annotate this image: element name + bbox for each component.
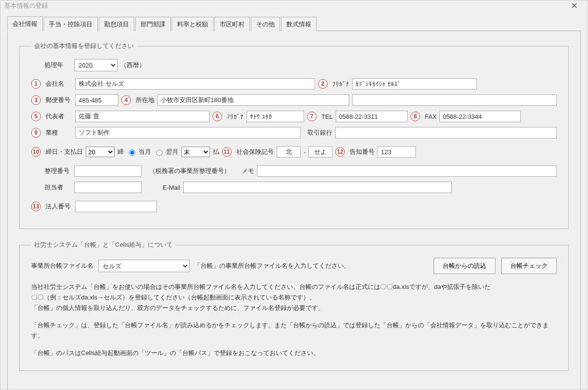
close-icon[interactable]: ✕: [564, 0, 584, 11]
shime-suffix: 締: [118, 148, 124, 156]
app-window: 基本情報の登録 ✕ 会社情報 手当・控除項目 勤怠項目 部門部課 料率と税額 市…: [0, 0, 588, 390]
tab-formula[interactable]: 数式情報: [281, 17, 317, 31]
tab-company-info[interactable]: 会社情報: [7, 16, 43, 31]
postal-input[interactable]: [75, 94, 118, 106]
fax-label: FAX: [425, 113, 437, 120]
shakaihoken-input-2[interactable]: [308, 146, 332, 158]
seiri-label: 整理番号: [45, 167, 71, 175]
badge-2: 2: [318, 79, 328, 89]
gyoshu-label: 業種: [46, 128, 72, 137]
help-text-1-line1: 当社社労士システム「台帳」をお使いの場合はその事業所台帳ファイル名を入力してくだ…: [31, 282, 557, 292]
radio-current-month-label: 当月: [139, 148, 151, 156]
help-text-1-line3: 「台帳」の個人情報を取り込んだり、双方のデータをチェックするために、ファイル名登…: [31, 303, 557, 313]
shime-label: 締日・支払日: [46, 148, 83, 156]
harai-suffix: 払: [213, 148, 219, 156]
tab-other[interactable]: その他: [251, 17, 280, 31]
dash: -: [304, 149, 306, 156]
group-daicho-legend: 社労士システム「台帳」と「Cells給与」について: [31, 241, 176, 249]
badge-13: 13: [31, 202, 41, 211]
kokuchi-label: 告知番号: [350, 148, 375, 156]
seiri-note: （税務署の事業所整理番号）: [149, 167, 230, 175]
content-area: 会社情報 手当・控除項目 勤怠項目 部門部課 料率と税額 市区町村 その他 数式…: [0, 11, 588, 390]
help-text-1-line2: 〇〇（例：セルズda.xls→セルズ）を登録してください（台帳起動画面に表示され…: [31, 292, 557, 303]
tab-municipality[interactable]: 市区町村: [214, 17, 250, 31]
help-text-3: 「台帳」のパスはCells給与起動画面の「ツール」の「台帳パス」で登録をおこなっ…: [31, 348, 557, 358]
daicho-file-label: 事業所台帳ファイル名: [31, 262, 94, 270]
company-furigana-label: ﾌﾘｶﾞﾅ: [332, 80, 349, 88]
radio-next-month-label: 翌月: [166, 148, 178, 156]
company-label: 会社名: [46, 80, 72, 88]
window-title: 基本情報の登録: [4, 1, 564, 10]
badge-11: 11: [222, 147, 232, 157]
address-input-2[interactable]: [352, 94, 557, 106]
radio-current-month[interactable]: [129, 149, 135, 156]
kokuchi-input[interactable]: [377, 146, 416, 158]
seiri-input[interactable]: [74, 165, 141, 177]
address-input[interactable]: [157, 94, 349, 106]
badge-10: 10: [31, 147, 41, 157]
badge-7: 7: [307, 112, 317, 121]
tantou-input[interactable]: [74, 182, 141, 193]
daicho-check-button[interactable]: 台帳チェック: [501, 258, 557, 274]
tab-rate-tax[interactable]: 料率と税額: [172, 17, 213, 31]
badge-4: 4: [121, 95, 131, 105]
bank-label: 取引銀行: [307, 128, 332, 137]
shime-select[interactable]: 20: [86, 147, 115, 157]
postal-label: 郵便番号: [46, 96, 72, 104]
gyoshu-input[interactable]: [75, 127, 301, 138]
badge-1: 1: [31, 79, 41, 89]
year-select[interactable]: 2020: [74, 59, 118, 71]
company-furigana-input[interactable]: [352, 78, 477, 90]
help-text-2: 「台帳チェック」は、登録した「台帳ファイル名」が読み込めるかをチェックします。ま…: [31, 320, 557, 341]
badge-6: 6: [212, 112, 222, 121]
group-basic-info: 会社の基本情報を登録してください 処理年 2020 （西暦） 1 会社名 2 ﾌ…: [19, 42, 569, 229]
tel-input[interactable]: [336, 111, 408, 122]
tab-department[interactable]: 部門部課: [135, 17, 171, 31]
houjin-input[interactable]: [75, 201, 157, 212]
tab-panel: 会社の基本情報を登録してください 処理年 2020 （西暦） 1 会社名 2 ﾌ…: [7, 31, 581, 390]
company-input[interactable]: [75, 78, 315, 90]
badge-5: 5: [31, 112, 41, 121]
tab-attendance[interactable]: 勤怠項目: [99, 17, 134, 31]
help-text-1: 当社社労士システム「台帳」をお使いの場合はその事業所台帳ファイル名を入力してくだ…: [31, 282, 557, 313]
badge-3: 3: [31, 95, 41, 105]
tel-label: TEL: [321, 113, 333, 120]
bank-input[interactable]: [335, 127, 557, 138]
tab-allowance-deduction[interactable]: 手当・控除項目: [44, 17, 98, 31]
group-daicho: 社労士システム「台帳」と「Cells給与」について 事業所台帳ファイル名 セルズ…: [19, 241, 569, 371]
badge-12: 12: [335, 147, 345, 157]
memo-input[interactable]: [257, 165, 557, 177]
email-input[interactable]: [183, 182, 452, 193]
rep-furigana-label: ﾌﾘｶﾞﾅ: [227, 113, 244, 120]
rep-label: 代表者: [46, 112, 72, 121]
rep-furigana-input[interactable]: [247, 111, 304, 122]
group-basic-info-legend: 会社の基本情報を登録してください: [31, 42, 137, 50]
address-label: 所在地: [136, 96, 154, 104]
harai-select[interactable]: 末: [181, 147, 210, 157]
fax-input[interactable]: [439, 111, 521, 122]
daicho-file-select[interactable]: セルズ: [98, 260, 189, 272]
badge-9: 9: [31, 128, 41, 138]
rep-input[interactable]: [75, 111, 210, 122]
year-suffix: （西暦）: [120, 61, 145, 69]
badge-8: 8: [411, 112, 420, 121]
memo-label: メモ: [242, 167, 254, 175]
houjin-label: 法人番号: [46, 202, 72, 211]
tantou-label: 担当者: [45, 183, 71, 192]
daicho-file-note: 「台帳」の事業所台帳ファイル名を入力してください。: [194, 262, 350, 270]
shakaihoken-input-1[interactable]: [277, 146, 301, 158]
year-label: 処理年: [45, 61, 71, 69]
shakaihoken-label: 社会保険記号: [236, 148, 274, 156]
radio-next-month[interactable]: [156, 149, 163, 156]
tab-strip: 会社情報 手当・控除項目 勤怠項目 部門部課 料率と税額 市区町村 その他 数式…: [7, 16, 581, 31]
titlebar: 基本情報の登録 ✕: [0, 0, 588, 11]
email-label: E-Mail: [163, 184, 180, 191]
import-from-daicho-button[interactable]: 台帳からの読込: [434, 258, 495, 274]
